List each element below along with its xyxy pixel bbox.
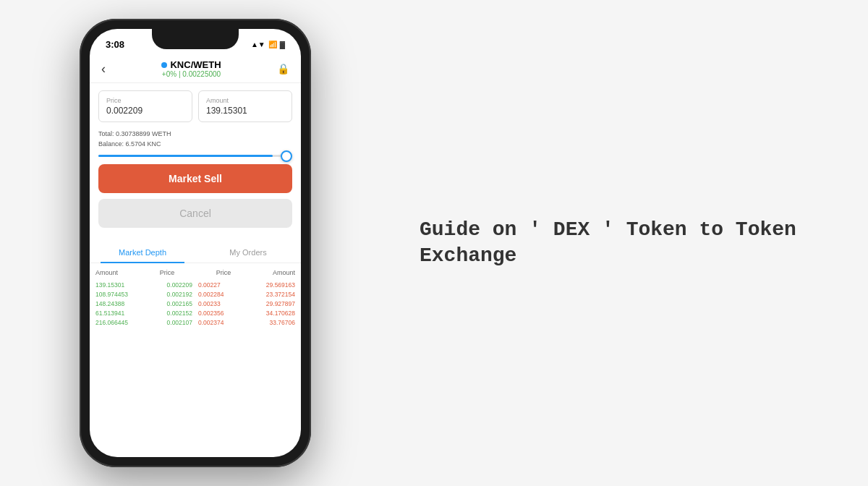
phone-section: 3:08 ▲▼ 📶 ▓ ‹ KNC/WETH +0% | 0.00225000 (0, 0, 391, 486)
depth-rows: 139.15301 0.002209 0.00227 29.569163 108… (90, 280, 301, 327)
table-row[interactable]: 139.15301 0.002209 0.00227 29.569163 (90, 280, 301, 289)
tabs: Market Depth My Orders (90, 242, 301, 263)
input-row: Price 0.002209 Amount 139.15301 (98, 90, 292, 122)
left-amount: 61.513941 (95, 310, 144, 317)
status-icons: ▲▼ 📶 ▓ (251, 40, 285, 48)
amount-label: Amount (206, 97, 284, 104)
left-amount: 139.15301 (95, 281, 144, 289)
left-amount: 108.974453 (95, 291, 144, 298)
header-center: KNC/WETH +0% | 0.00225000 (161, 59, 221, 78)
app-header: ‹ KNC/WETH +0% | 0.00225000 🔒 (90, 55, 301, 83)
slider-track (98, 155, 292, 157)
slider-fill (98, 155, 273, 157)
table-row[interactable]: 61.513941 0.002152 0.002356 34.170628 (90, 308, 301, 317)
amount-value: 139.15301 (206, 106, 284, 116)
header-right-price: Price (216, 269, 231, 276)
tab-market-depth[interactable]: Market Depth (90, 242, 195, 263)
status-time: 3:08 (106, 39, 124, 50)
header-right-amount: Amount (273, 269, 295, 276)
depth-table-header: Amount Price Price Amount (90, 268, 301, 278)
right-price: 0.002356 (195, 310, 247, 317)
amount-slider[interactable] (98, 155, 292, 157)
right-amount: 34.170628 (247, 310, 295, 317)
right-price: 0.00227 (195, 281, 247, 289)
left-price: 0.002192 (144, 291, 195, 298)
price-value: 0.002209 (106, 106, 184, 116)
left-amount: 148.24388 (95, 300, 144, 307)
slider-thumb (281, 150, 292, 162)
right-price: 0.002284 (195, 291, 247, 298)
right-amount: 33.76706 (247, 319, 295, 326)
left-price: 0.002165 (144, 300, 195, 307)
header-left-amount: Amount (95, 269, 118, 276)
phone-frame: 3:08 ▲▼ 📶 ▓ ‹ KNC/WETH +0% | 0.00225000 (80, 19, 311, 467)
table-row[interactable]: 148.24388 0.002165 0.00233 29.927897 (90, 299, 301, 308)
amount-input-group[interactable]: Amount 139.15301 (198, 90, 292, 122)
wifi-icon: 📶 (268, 40, 277, 48)
back-button[interactable]: ‹ (101, 61, 106, 77)
table-row[interactable]: 216.066445 0.002107 0.002374 33.76706 (90, 317, 301, 327)
phone-screen: 3:08 ▲▼ 📶 ▓ ‹ KNC/WETH +0% | 0.00225000 (90, 29, 301, 457)
right-price: 0.002374 (195, 319, 247, 326)
pair-price: +0% | 0.00225000 (161, 70, 221, 78)
battery-icon: ▓ (280, 40, 285, 48)
left-price: 0.002152 (144, 310, 195, 317)
right-amount: 23.372154 (247, 291, 295, 298)
left-price: 0.002107 (144, 319, 195, 326)
cancel-button[interactable]: Cancel (98, 199, 292, 228)
lock-icon[interactable]: 🔒 (277, 63, 289, 74)
depth-table: Amount Price Price Amount 139.15301 0.00… (90, 268, 301, 327)
tab-my-orders[interactable]: My Orders (195, 242, 301, 263)
trade-form: Price 0.002209 Amount 139.15301 Total: 0… (90, 83, 301, 242)
right-amount: 29.927897 (247, 300, 295, 307)
total-info: Total: 0.30738899 WETH (98, 129, 292, 140)
pair-label: KNC/WETH (170, 59, 221, 70)
header-left-price: Price (160, 269, 175, 276)
right-amount: 29.569163 (247, 281, 295, 289)
guide-title: Guide on ' DEX ' Token to Token Exchange (420, 217, 839, 270)
price-input-group[interactable]: Price 0.002209 (98, 90, 192, 122)
balance-info: Balance: 6.5704 KNC (98, 140, 292, 150)
left-price: 0.002209 (144, 281, 195, 289)
market-sell-button[interactable]: Market Sell (98, 164, 292, 193)
table-row[interactable]: 108.974453 0.002192 0.002284 23.372154 (90, 289, 301, 299)
right-section: Guide on ' DEX ' Token to Token Exchange (391, 0, 868, 486)
signal-icon: ▲▼ (251, 40, 265, 48)
trading-pair: KNC/WETH (161, 59, 221, 70)
price-label: Price (106, 97, 184, 104)
pair-dot-icon (161, 62, 167, 68)
left-amount: 216.066445 (95, 319, 144, 326)
trade-info: Total: 0.30738899 WETH Balance: 6.5704 K… (98, 129, 292, 149)
notch (152, 29, 239, 49)
right-price: 0.00233 (195, 300, 247, 307)
